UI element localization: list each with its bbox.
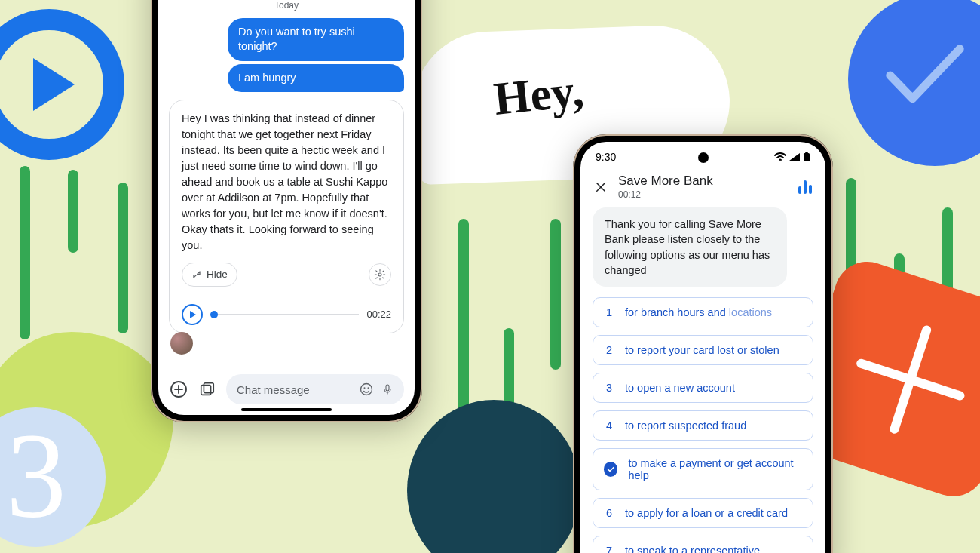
menu-option[interactable]: to make a payment or get account help [593,448,813,490]
svg-rect-9 [805,152,808,153]
gallery-button[interactable] [198,379,217,399]
hide-transcript-button[interactable]: Hide [182,263,237,287]
decor-hey-text: Hey, [492,63,586,126]
option-number: 4 [604,419,614,432]
option-label: for branch hours and locations [625,306,772,318]
play-button[interactable] [182,304,203,325]
close-button[interactable] [594,180,608,194]
wifi-icon [774,152,786,161]
menu-option[interactable]: 3to open a new account [593,373,813,403]
voice-transcript: Hey I was thinking that instead of dinne… [182,111,391,253]
collapse-icon [191,269,202,280]
option-label: to open a new account [625,382,735,394]
decor-bar [68,170,78,253]
decor-bar [20,166,30,339]
decor-three: 3 [6,406,66,545]
decor-bar [118,183,128,333]
decor-navy-blob [407,400,580,553]
play-icon [190,311,196,318]
hide-label: Hide [207,267,228,282]
svg-rect-7 [386,385,389,391]
home-indicator[interactable] [241,408,332,411]
mic-icon[interactable] [381,382,394,397]
menu-option[interactable]: 1for branch hours and locations [593,297,813,327]
option-label: to make a payment or get account help [628,457,802,481]
message-input[interactable]: Chat message [226,374,404,404]
option-number: 1 [604,306,614,318]
message-outgoing[interactable]: Do you want to try sushi tonight? [228,18,404,61]
plus-circle-icon [170,380,188,398]
camera-hole [698,152,709,163]
call-elapsed: 00:12 [618,189,713,200]
option-number: 2 [604,344,614,356]
check-circle-icon [604,462,617,477]
decor-bar [550,219,561,370]
agent-message: Thank you for calling Save More Bank ple… [593,207,787,287]
svg-point-4 [361,384,372,395]
audio-duration: 00:22 [366,308,391,322]
svg-point-6 [368,387,369,389]
decor-play-ring [0,9,124,160]
status-time: 9:30 [596,151,616,163]
battery-icon [803,152,810,162]
voice-message-card[interactable]: Hey I was thinking that instead of dinne… [169,100,404,333]
message-outgoing[interactable]: I am hungry [228,64,404,93]
option-label: to report your card lost or stolen [625,344,779,356]
svg-rect-8 [804,153,810,161]
audio-scrubber[interactable] [210,314,359,315]
emoji-icon[interactable] [359,382,374,397]
gallery-icon [199,381,216,398]
menu-option[interactable]: 7to speak to a representative [593,536,813,553]
menu-option[interactable]: 2to report your card lost or stolen [593,335,813,365]
svg-point-5 [364,387,366,389]
phone-messages: Sounds good. Talk to you soon Today Do y… [151,0,422,422]
chat-thread[interactable]: Sounds good. Talk to you soon Today Do y… [158,0,415,367]
close-icon [594,180,608,194]
option-label: to apply for a loan or a credit card [625,507,788,519]
menu-option[interactable]: 4to report suspected fraud [593,410,813,441]
sender-avatar[interactable] [170,332,193,355]
phone-call-assist: 9:30 Save More Bank 00:12 Thank you for … [573,134,833,553]
menu-option[interactable]: 6to apply for a loan or a credit card [593,498,813,528]
menu-options: 1for branch hours and locations2to repor… [593,297,813,553]
checkmark-icon [884,41,966,109]
svg-rect-3 [204,383,213,393]
call-title: Save More Bank [618,174,713,189]
gear-icon [374,269,386,281]
option-number: 3 [604,382,614,394]
settings-button[interactable] [369,263,391,286]
message-placeholder: Chat message [237,383,359,396]
add-button[interactable] [169,379,188,399]
option-label: to report suspected fraud [625,419,746,432]
option-label: to speak to a representative [625,545,760,553]
date-divider: Today [169,0,404,11]
option-number: 6 [604,507,614,519]
signal-icon [789,152,801,161]
audio-visualizer-button[interactable] [798,180,812,194]
option-number: 7 [604,545,614,553]
svg-point-0 [378,273,381,276]
